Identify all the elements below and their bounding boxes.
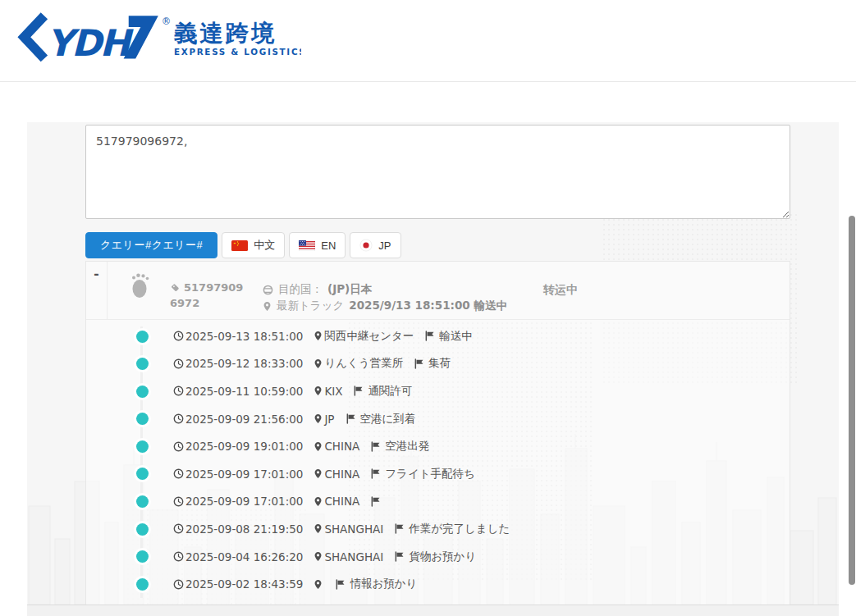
event-status-cell: 作業が完了しました <box>394 522 510 536</box>
clock-icon <box>173 386 184 396</box>
event-content: 2025-09-09 17:01:00 CHINA <box>173 495 385 508</box>
event-location-cell: KIX <box>314 385 342 398</box>
event-location-cell: SHANGHAI <box>314 522 383 536</box>
event-time: 2025-09-02 18:43:59 <box>185 577 303 591</box>
event-location-cell: SHANGHAI <box>314 550 383 564</box>
event-list: 2025-09-13 18:51:00 関西中継センター <box>86 320 790 598</box>
event-location: SHANGHAI <box>324 522 383 536</box>
event-content: 2025-09-13 18:51:00 関西中継センター <box>173 329 473 344</box>
tracking-event-row: 2025-09-09 17:01:00 CHINA <box>86 488 790 516</box>
timeline-dot <box>136 495 149 508</box>
event-location: KIX <box>324 385 342 398</box>
query-button[interactable]: クエリー#クエリー# <box>85 232 217 258</box>
brand-logo: YDH ® 義達跨境 EXPRESS & LOGISTICS <box>11 8 301 62</box>
card-bottom-strip <box>27 605 839 616</box>
clock-icon <box>173 358 184 369</box>
event-time-cell: 2025-09-04 16:26:20 <box>173 550 303 564</box>
event-status-cell: 通関許可 <box>353 384 412 399</box>
location-pin-icon <box>314 331 323 341</box>
event-time: 2025-09-09 17:01:00 <box>185 468 303 481</box>
event-content: 2025-09-04 16:26:20 SHANGHAI <box>173 550 476 564</box>
location-pin-icon <box>314 441 323 452</box>
event-location: CHINA <box>324 495 359 508</box>
location-pin-icon <box>314 386 323 396</box>
destination-row: 目的国： (JP)日本 <box>263 281 507 298</box>
flag-icon <box>370 441 381 452</box>
us-flag-icon <box>299 240 315 251</box>
clock-icon <box>173 551 184 562</box>
clock-icon <box>173 441 184 452</box>
globe-icon <box>263 285 273 295</box>
jp-flag-icon <box>359 239 373 252</box>
event-status-cell: フライト手配待ち <box>370 467 475 481</box>
tag-icon <box>170 282 181 293</box>
event-status-cell: 情報お預かり <box>335 577 417 591</box>
timeline-dot <box>136 523 149 536</box>
summary-body: 517979096972 目的国： (JP)日本 <box>108 262 790 319</box>
event-location: 関西中継センター <box>324 329 414 344</box>
event-time: 2025-09-12 18:33:00 <box>185 357 303 370</box>
event-status-cell: 輸送中 <box>424 329 473 344</box>
registered-mark: ® <box>162 16 172 27</box>
tracking-event-row: 2025-09-09 17:01:00 CHINA <box>86 460 790 488</box>
event-time-cell: 2025-09-11 10:59:00 <box>173 385 303 398</box>
timeline-dot <box>136 440 149 453</box>
flag-icon <box>370 468 381 479</box>
event-time-cell: 2025-09-09 17:01:00 <box>173 495 303 508</box>
flag-icon <box>370 496 381 507</box>
lang-button-en[interactable]: EN <box>289 232 346 258</box>
event-location-cell: CHINA <box>314 440 359 453</box>
event-time: 2025-09-08 21:19:50 <box>185 522 303 536</box>
logo-text: YDH <box>47 22 135 62</box>
tracking-event-row: 2025-09-02 18:43:59 情報お <box>86 570 790 598</box>
timeline-dot <box>136 578 149 591</box>
brand-tagline: EXPRESS & LOGISTICS <box>174 47 301 57</box>
tracking-event-row: 2025-09-08 21:19:50 SHANGHAI <box>86 515 790 543</box>
location-pin-icon <box>314 551 323 562</box>
tracking-number-input[interactable]: 517979096972, <box>85 125 790 219</box>
page: YDH ® 義達跨境 EXPRESS & LOGISTICS <box>0 0 856 616</box>
event-content: 2025-09-08 21:19:50 SHANGHAI <box>173 522 510 536</box>
lang-button-jp[interactable]: JP <box>350 232 401 258</box>
event-time: 2025-09-09 17:01:00 <box>185 495 303 508</box>
lang-button-zh[interactable]: 中文 <box>222 232 285 258</box>
timeline-dot <box>136 386 149 398</box>
flag-icon <box>346 413 356 424</box>
event-status: 空港出発 <box>385 439 429 454</box>
event-status: 貨物お預かり <box>409 550 476 564</box>
event-location-cell <box>314 579 324 590</box>
flag-icon <box>424 331 435 341</box>
collapse-toggle-button[interactable]: - <box>86 262 107 281</box>
content-card: 517979096972, クエリー#クエリー# 中文 <box>27 122 839 605</box>
tracking-event-row: 2025-09-13 18:51:00 関西中継センター <box>86 322 790 350</box>
lang-label: 中文 <box>254 238 275 253</box>
event-status-cell: 空港出発 <box>370 439 429 454</box>
tracking-event-row: 2025-09-09 19:01:00 CHINA <box>86 432 790 460</box>
flag-icon <box>414 358 424 369</box>
event-status-cell: 空港に到着 <box>346 412 416 427</box>
scrollbar-thumb[interactable] <box>849 216 855 585</box>
event-location-cell: CHINA <box>314 468 359 481</box>
event-location: CHINA <box>324 468 359 481</box>
event-time: 2025-09-04 16:26:20 <box>185 550 303 564</box>
timeline-dot <box>136 468 149 480</box>
lang-label: JP <box>378 240 391 252</box>
tracking-event-row: 2025-09-04 16:26:20 SHANGHAI <box>86 543 790 571</box>
clock-icon <box>173 331 184 341</box>
location-pin-icon <box>314 496 323 507</box>
event-status: 作業が完了しました <box>409 522 510 536</box>
event-status: 輸送中 <box>439 329 473 344</box>
event-status-cell: 集荷 <box>414 356 451 371</box>
event-content: 2025-09-09 17:01:00 CHINA <box>173 467 475 481</box>
event-time-cell: 2025-09-08 21:19:50 <box>173 522 303 536</box>
shipment-summary-row: - <box>86 262 790 320</box>
flag-icon <box>353 386 364 396</box>
timeline-dot <box>136 550 149 563</box>
destination-value: (JP)日本 <box>327 282 372 297</box>
event-content: 2025-09-02 18:43:59 情報お <box>173 577 417 591</box>
actions-row: クエリー#クエリー# 中文 <box>85 232 401 258</box>
timeline-dot <box>136 413 149 425</box>
tracking-number: 517979096972 <box>170 281 243 309</box>
event-status: フライト手配待ち <box>385 467 475 481</box>
event-status: 情報お預かり <box>350 577 417 591</box>
